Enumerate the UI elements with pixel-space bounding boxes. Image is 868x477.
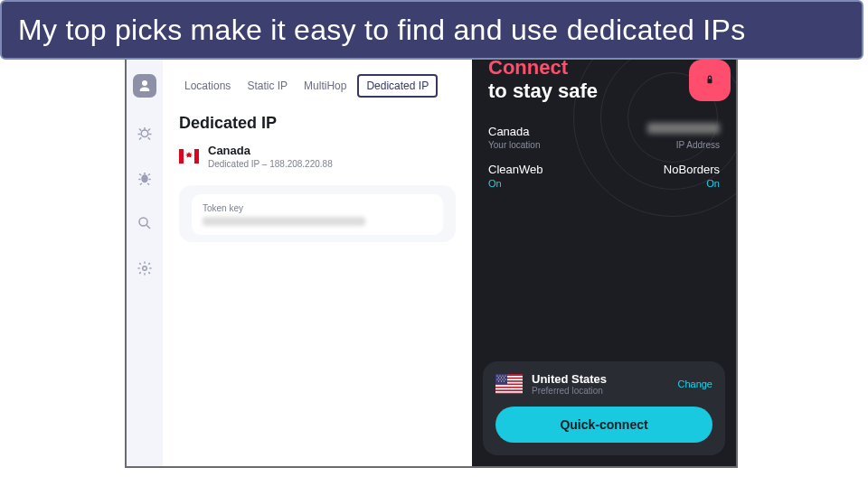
app-window: Locations Static IP MultiHop Dedicated I… (125, 43, 738, 468)
svg-point-17 (499, 375, 500, 376)
svg-point-19 (505, 375, 505, 376)
caption-text: My top picks make it easy to find and us… (18, 14, 745, 47)
token-input[interactable]: Token key (192, 194, 443, 235)
svg-point-27 (498, 380, 499, 381)
bug-solid-icon[interactable] (135, 168, 155, 188)
tab-dedicated-ip[interactable]: Dedicated IP (357, 74, 438, 98)
feature-cleanweb-state: On (488, 178, 542, 189)
token-value-blurred (203, 217, 365, 226)
preferred-location-row[interactable]: United States Preferred location Change (495, 372, 712, 396)
content-area: Locations Static IP MultiHop Dedicated I… (163, 45, 472, 242)
hero-text: Connect to stay safe (488, 56, 598, 103)
bug-outline-icon[interactable] (135, 123, 155, 143)
svg-point-1 (141, 174, 148, 182)
dedicated-ip-entry[interactable]: Canada Dedicated IP – 188.208.220.88 (179, 144, 456, 169)
feature-noborders-name: NoBorders (664, 163, 720, 176)
svg-point-2 (139, 218, 147, 226)
preferred-country: United States (532, 372, 607, 386)
ip-address-label: IP Address (647, 140, 720, 150)
gear-icon[interactable] (135, 258, 155, 278)
feature-noborders-state: On (664, 178, 720, 189)
status-location-sub: Your location (488, 140, 540, 150)
caption-banner: My top picks make it easy to find and us… (0, 0, 863, 60)
svg-rect-13 (495, 388, 523, 390)
left-panel: Locations Static IP MultiHop Dedicated I… (127, 45, 472, 466)
ip-address-blurred (647, 123, 720, 134)
svg-rect-14 (495, 391, 523, 393)
tab-multihop[interactable]: MultiHop (298, 74, 352, 98)
svg-point-3 (143, 267, 147, 271)
svg-rect-7 (708, 79, 712, 83)
us-flag-icon (495, 374, 523, 394)
svg-point-26 (505, 379, 505, 379)
tab-locations[interactable]: Locations (179, 74, 236, 98)
svg-point-28 (501, 380, 502, 381)
status-features-row: CleanWeb On NoBorders On (488, 163, 720, 189)
tab-static-ip[interactable]: Static IP (241, 74, 293, 98)
svg-rect-6 (194, 149, 199, 164)
token-label: Token key (203, 203, 432, 213)
svg-point-22 (504, 377, 505, 378)
mobile-panel: Connect to stay safe Canada Your locatio… (472, 45, 736, 466)
svg-rect-12 (495, 385, 523, 387)
svg-point-23 (496, 379, 497, 379)
preferred-sub: Preferred location (532, 386, 607, 396)
dedicated-ip-country: Canada (208, 144, 333, 157)
change-location-link[interactable]: Change (677, 379, 712, 389)
shield-lock-icon[interactable] (689, 60, 731, 101)
svg-point-18 (502, 375, 503, 376)
svg-rect-5 (179, 149, 184, 164)
page-title: Dedicated IP (179, 114, 456, 133)
svg-point-25 (502, 379, 503, 379)
quick-connect-button[interactable]: Quick-connect (495, 407, 712, 443)
svg-point-20 (498, 377, 499, 378)
feature-cleanweb-name: CleanWeb (488, 163, 542, 176)
svg-point-29 (504, 380, 505, 381)
dedicated-ip-address: Dedicated IP – 188.208.220.88 (208, 159, 333, 169)
tabs-row: Locations Static IP MultiHop Dedicated I… (179, 74, 456, 98)
sidebar (127, 45, 163, 466)
hero-stay-safe: to stay safe (488, 80, 598, 103)
user-icon[interactable] (133, 74, 156, 98)
svg-point-21 (501, 377, 502, 378)
svg-point-0 (141, 130, 148, 137)
preferred-location-card: United States Preferred location Change … (483, 361, 725, 455)
status-location-name: Canada (488, 125, 540, 138)
canada-flag-icon (179, 149, 199, 164)
token-card: Token key (179, 185, 456, 242)
svg-point-24 (499, 379, 500, 379)
search-icon[interactable] (135, 213, 155, 233)
svg-point-16 (496, 375, 497, 376)
status-location-row: Canada Your location IP Address (488, 121, 720, 150)
